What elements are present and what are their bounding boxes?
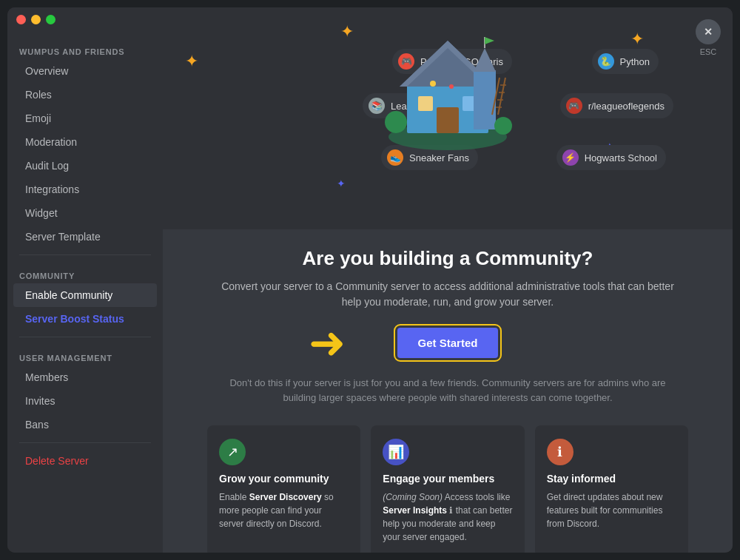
- esc-button[interactable]: ✕ ESC: [696, 19, 721, 56]
- sidebar-item-server-boost-status[interactable]: Server Boost Status: [13, 307, 157, 331]
- sidebar-divider-1: [19, 254, 151, 255]
- sidebar-item-delete-server[interactable]: Delete Server: [13, 449, 157, 473]
- sparkle-top-right: ✦: [630, 30, 644, 49]
- informed-icon: ℹ: [547, 439, 574, 465]
- svg-rect-4: [418, 96, 433, 111]
- sparkle-top-left: ✦: [340, 22, 354, 41]
- content-section: Are you building a Community? Convert yo…: [163, 229, 733, 553]
- league-label: r/leagueoflegends: [588, 101, 665, 112]
- grow-icon: ↗: [219, 439, 246, 465]
- svg-rect-7: [474, 70, 496, 129]
- sidebar-item-integrations[interactable]: Integrations: [13, 178, 157, 201]
- svg-point-18: [494, 117, 512, 135]
- sidebar-item-members[interactable]: Members: [13, 365, 157, 389]
- page-title: Are you building a Community?: [303, 247, 593, 270]
- esc-icon[interactable]: ✕: [696, 19, 721, 44]
- user-management-section-label: USER MANAGEMENT: [7, 343, 163, 365]
- note-text: Don't do this if your server is just for…: [218, 376, 677, 405]
- svg-rect-6: [437, 107, 459, 133]
- sidebar-item-enable-community[interactable]: Enable Community: [13, 283, 157, 307]
- community-section-label: COMMUNITY: [7, 261, 163, 283]
- sparkle-bottom-left: ✦: [337, 178, 346, 189]
- informed-description: Get direct updates about new features bu…: [547, 490, 676, 530]
- minimize-button[interactable]: [31, 15, 41, 24]
- informed-title: Stay informed: [547, 473, 676, 485]
- svg-marker-10: [485, 37, 494, 44]
- sidebar-item-roles[interactable]: Roles: [13, 83, 157, 107]
- server-pill-hogwarts[interactable]: ⚡ Hogwarts School: [556, 145, 666, 170]
- window-controls: [16, 15, 56, 24]
- server-pill-python[interactable]: 🐍 Python: [592, 49, 659, 74]
- engage-icon: 📊: [383, 439, 409, 465]
- feature-card-informed: ℹ Stay informed Get direct updates about…: [535, 425, 688, 553]
- python-icon: 🐍: [598, 53, 614, 70]
- sidebar-item-widget[interactable]: Widget: [13, 201, 157, 225]
- sidebar-item-bans[interactable]: Bans: [13, 413, 157, 436]
- fullscreen-button[interactable]: [46, 15, 56, 24]
- hero-area: ✦ ✦ ✦ ✦ ✦ 🎮 Pokemon GO Paris 🐍 Python 📚 …: [163, 7, 733, 229]
- esc-label: ESC: [700, 47, 717, 56]
- sidebar-item-invites[interactable]: Invites: [13, 389, 157, 413]
- house-svg: [377, 18, 518, 159]
- server-section-label: WUMPUS AND FRIENDS: [7, 37, 163, 59]
- get-started-wrapper: ➜ Get Started: [397, 328, 499, 358]
- sparkle-left: ✦: [185, 52, 198, 71]
- engage-description: (Coming Soon) Access tools like Server I…: [383, 490, 512, 544]
- sidebar-item-server-template[interactable]: Server Template: [13, 225, 157, 249]
- app-window: WUMPUS AND FRIENDS Overview Roles Emoji …: [7, 7, 733, 553]
- sidebar-item-overview[interactable]: Overview: [13, 59, 157, 83]
- hogwarts-icon: ⚡: [562, 149, 579, 166]
- arrow-indicator: ➜: [309, 321, 346, 365]
- svg-point-20: [449, 84, 454, 89]
- sidebar: WUMPUS AND FRIENDS Overview Roles Emoji …: [7, 7, 163, 553]
- main-content: ✕ ESC ✦ ✦ ✦ ✦ ✦ 🎮 Pokemon GO Paris 🐍 Pyt…: [163, 7, 733, 553]
- server-pill-league[interactable]: 🎮 r/leagueoflegends: [560, 93, 673, 118]
- hogwarts-label: Hogwarts School: [585, 152, 657, 163]
- get-started-button[interactable]: Get Started: [397, 328, 499, 358]
- feature-card-engage: 📊 Engage your members (Coming Soon) Acce…: [371, 425, 524, 553]
- grow-title: Grow your community: [219, 473, 349, 485]
- sidebar-item-emoji[interactable]: Emoji: [13, 107, 157, 130]
- close-button[interactable]: [16, 15, 26, 24]
- feature-cards: ↗ Grow your community Enable Server Disc…: [207, 425, 688, 553]
- engage-title: Engage your members: [383, 473, 512, 485]
- feature-card-grow: ↗ Grow your community Enable Server Disc…: [207, 425, 360, 553]
- sidebar-item-audit-log[interactable]: Audit Log: [13, 154, 157, 178]
- svg-point-19: [430, 81, 436, 87]
- sidebar-divider-2: [19, 337, 151, 337]
- page-subtitle: Convert your server to a Community serve…: [218, 279, 677, 310]
- grow-description: Enable Server Discovery so more people c…: [219, 490, 349, 530]
- league-icon: 🎮: [566, 98, 582, 114]
- sidebar-divider-3: [19, 442, 151, 443]
- python-label: Python: [620, 56, 650, 67]
- sidebar-item-moderation[interactable]: Moderation: [13, 130, 157, 154]
- svg-point-17: [385, 111, 407, 133]
- svg-marker-8: [474, 48, 496, 72]
- house-illustration: [374, 15, 522, 163]
